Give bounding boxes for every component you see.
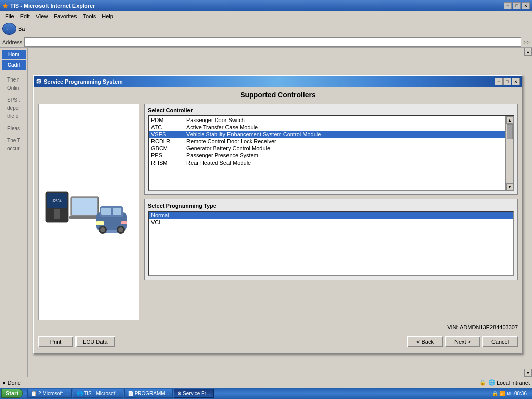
start-button[interactable]: Start [1, 389, 23, 398]
controller-item-vses[interactable]: VSESVehicle Stability Enhancement System… [149, 131, 505, 138]
tray-icon-3: 🖥 [506, 391, 511, 396]
next-button[interactable]: Next > [445, 336, 480, 347]
ie-title-text: TIS - Microsoft Internet Explorer [10, 3, 504, 9]
controller-list[interactable]: PDMPassenger Door Switch ATCActive Trans… [148, 115, 506, 191]
controller-item-pps[interactable]: PPSPassenger Presence System [149, 152, 505, 159]
sps-title-buttons: − □ × [495, 78, 520, 85]
svg-rect-3 [54, 209, 60, 219]
taskbar-item-icon-0: 📋 [31, 391, 37, 396]
vin-value: ADMDN13E284403307 [460, 324, 518, 330]
controller-scroll-thumb [506, 124, 513, 183]
status-lock-icon: 🔒 [479, 379, 486, 386]
taskbar-item-0[interactable]: 📋 2 Microsoft ... [27, 389, 72, 398]
print-button[interactable]: Print [38, 336, 73, 347]
menu-help[interactable]: Help [99, 13, 117, 19]
status-zone-icon: 🌐 [488, 379, 496, 386]
controller-scroll-down[interactable]: ▼ [506, 183, 513, 190]
programming-type-list[interactable]: Normal VCI [148, 211, 514, 276]
sps-dialog-window: ⚙ Service Programming System − □ × Suppo… [33, 75, 523, 354]
taskbar-item-1[interactable]: 🌐 TIS - Microsof... [73, 389, 123, 398]
sidebar-item-home[interactable]: Hom [2, 50, 26, 59]
sps-titlebar: ⚙ Service Programming System − □ × [34, 76, 522, 87]
toolbar-back-label: Ba [18, 26, 25, 32]
ie-statusbar: ● Done 🔒 🌐 Local intranet [0, 377, 532, 388]
controller-item-rcdlr[interactable]: RCDLRRemote Control Door Lock Receiver [149, 138, 505, 145]
sps-minimize-btn[interactable]: − [495, 78, 503, 85]
controller-scroll-up[interactable]: ▲ [506, 116, 513, 124]
controller-item-pdm[interactable]: PDMPassenger Door Switch [149, 116, 505, 124]
svg-rect-6 [69, 216, 100, 219]
svg-point-15 [118, 227, 123, 232]
menu-view[interactable]: View [33, 13, 51, 19]
sps-title-icon: ⚙ [36, 78, 42, 85]
select-controller-label: Select Controller [148, 107, 514, 113]
cancel-button[interactable]: Cancel [482, 336, 518, 347]
ie-content-area: Hom Cadil The r Onlin SPS : deper the o … [0, 48, 532, 377]
prog-type-vci[interactable]: VCI [149, 219, 513, 226]
car-image: J2534 [43, 177, 134, 248]
svg-rect-10 [101, 208, 111, 215]
ie-addressbar: Address >> [0, 36, 532, 48]
select-controller-section: Select Controller PDMPassenger Door Swit… [144, 104, 518, 195]
tray-icon-2: 📶 [499, 391, 505, 396]
ie-maximize-btn[interactable]: □ [513, 2, 521, 9]
controller-scrollbar: ▲ ▼ [506, 115, 514, 191]
ie-minimize-btn[interactable]: − [504, 2, 512, 9]
sidebar-text: The r Onlin SPS : deper the o Pleas The … [6, 76, 21, 153]
status-zone-text: Local intranet [497, 380, 530, 386]
menu-tools[interactable]: Tools [80, 13, 99, 19]
controller-item-atc[interactable]: ATCActive Transfer Case Module [149, 124, 505, 131]
taskbar-item-2[interactable]: 📄 PROGRAMM... [124, 389, 173, 398]
taskbar-divider [25, 389, 25, 398]
ecu-data-button[interactable]: ECU Data [75, 336, 115, 347]
svg-point-13 [100, 227, 105, 232]
ie-toolbar: ← Ba [0, 21, 532, 36]
ie-scroll-up[interactable]: ▲ [524, 48, 532, 56]
prog-type-normal[interactable]: Normal [149, 212, 513, 219]
button-row: Print ECU Data < Back Next > Cancel [38, 334, 518, 349]
controller-item-gbcm[interactable]: GBCMGenerator Battery Control Module [149, 145, 505, 152]
ie-sidebar: Hom Cadil The r Onlin SPS : deper the o … [0, 48, 28, 377]
select-programming-section: Select Programming Type Normal VCI [144, 199, 518, 280]
taskbar-item-icon-2: 📄 [128, 391, 134, 396]
taskbar-item-icon-1: 🌐 [77, 391, 83, 396]
vin-label: VIN: [447, 324, 458, 330]
svg-rect-11 [113, 208, 121, 215]
taskbar: Start 📋 2 Microsoft ... 🌐 TIS - Microsof… [0, 388, 532, 399]
taskbar-item-icon-3: ⚙ [177, 391, 182, 396]
ie-scroll-down[interactable]: ▼ [524, 369, 532, 377]
scroll-thumb-handle [507, 124, 513, 139]
ie-menubar: File Edit View Favorites Tools Help [0, 11, 532, 21]
sps-content-row: J2534 [38, 104, 518, 320]
svg-text:J2534: J2534 [52, 199, 61, 203]
select-programming-label: Select Programming Type [148, 203, 514, 209]
ie-outer-scrollbar: ▲ ▼ [524, 48, 532, 377]
taskbar-tray: 🔒 📶 🖥 08:36 [490, 391, 531, 396]
sps-image-panel: J2534 [38, 104, 139, 320]
sidebar-item-cadil[interactable]: Cadil [2, 60, 26, 70]
ie-titlebar: ★ TIS - Microsoft Internet Explorer − □ … [0, 0, 532, 11]
status-text: Done [8, 380, 21, 386]
taskbar-item-3[interactable]: ⚙ Service Pr... [174, 389, 214, 398]
sps-maximize-btn[interactable]: □ [503, 78, 511, 85]
svg-rect-16 [96, 221, 104, 225]
back-nav-button[interactable]: < Back [407, 336, 443, 347]
sps-body: Supported Controllers J2534 [34, 87, 522, 353]
ie-main-area: ⚙ Service Programming System − □ × Suppo… [28, 48, 524, 377]
sps-title-text: Service Programming System [44, 78, 495, 85]
controller-item-rhsm[interactable]: RHSMRear Heated Seat Module [149, 159, 505, 166]
controller-list-container: PDMPassenger Door Switch ATCActive Trans… [148, 115, 514, 191]
back-button[interactable]: ← [2, 23, 16, 35]
ie-close-btn[interactable]: × [522, 2, 530, 9]
status-icon: ● [2, 380, 6, 386]
menu-edit[interactable]: Edit [17, 13, 33, 19]
tray-icon-1: 🔒 [492, 391, 498, 396]
sps-close-btn[interactable]: × [512, 78, 520, 85]
ie-logo-icon: ★ [2, 2, 8, 10]
menu-file[interactable]: File [2, 13, 17, 19]
address-label: Address [2, 39, 22, 45]
sps-main-heading: Supported Controllers [38, 91, 518, 99]
address-go-btn[interactable]: >> [523, 39, 530, 45]
menu-favorites[interactable]: Favorites [51, 13, 80, 19]
address-input[interactable] [24, 37, 521, 47]
